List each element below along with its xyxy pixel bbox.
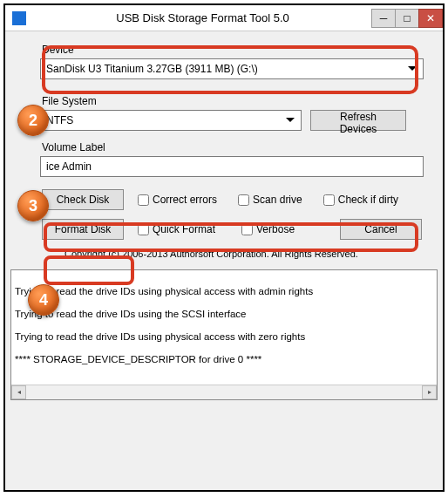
window-title: USB Disk Storage Format Tool 5.0: [33, 11, 372, 24]
horizontal-scrollbar[interactable]: ◂ ▸: [11, 385, 437, 399]
check-dirty-checkbox[interactable]: Check if dirty: [323, 194, 398, 206]
maximize-button[interactable]: □: [395, 9, 419, 28]
copyright-text: Copyright (c) 2006-2013 Authorsoft Corpo…: [40, 242, 424, 266]
device-select-wrap: SanDisk U3 Titanium 3.27GB (3911 MB) (G:…: [40, 58, 424, 79]
scroll-right-arrow[interactable]: ▸: [422, 385, 437, 399]
form-area: Device SanDisk U3 Titanium 3.27GB (3911 …: [5, 31, 443, 269]
check-disk-button[interactable]: Check Disk: [42, 189, 124, 210]
quick-format-checkbox[interactable]: Quick Format: [138, 223, 215, 235]
window-controls: ─ □ ✕: [372, 9, 443, 28]
log-output[interactable]: Trying to read the drive IDs using physi…: [10, 269, 438, 400]
close-button[interactable]: ✕: [418, 9, 443, 28]
verbose-checkbox[interactable]: Verbose: [241, 223, 295, 235]
annotation-marker-2: 2: [17, 105, 49, 136]
scroll-left-arrow[interactable]: ◂: [11, 385, 26, 399]
scan-drive-checkbox[interactable]: Scan drive: [238, 194, 302, 206]
format-disk-button[interactable]: Format Disk: [42, 219, 124, 240]
correct-errors-checkbox[interactable]: Correct errors: [138, 194, 217, 206]
annotation-marker-4: 4: [28, 284, 59, 316]
filesystem-select[interactable]: NTFS: [40, 110, 302, 131]
app-window: USB Disk Storage Format Tool 5.0 ─ □ ✕ D…: [3, 3, 445, 492]
log-line: Trying to read the drive IDs using physi…: [15, 284, 433, 298]
refresh-devices-button[interactable]: Refresh Devices: [310, 110, 406, 131]
app-icon: [12, 11, 26, 25]
log-line: Trying to read the drive IDs using physi…: [15, 330, 433, 344]
titlebar: USB Disk Storage Format Tool 5.0 ─ □ ✕: [5, 5, 443, 31]
device-select[interactable]: SanDisk U3 Titanium 3.27GB (3911 MB) (G:…: [40, 58, 424, 79]
annotation-marker-3: 3: [17, 190, 49, 221]
filesystem-label: File System: [42, 95, 424, 107]
cancel-button[interactable]: Cancel: [340, 219, 422, 240]
volume-label-label: Volume Label: [42, 141, 424, 153]
minimize-button[interactable]: ─: [371, 9, 396, 28]
body-area: Device SanDisk U3 Titanium 3.27GB (3911 …: [5, 31, 443, 490]
device-label: Device: [42, 44, 424, 56]
volume-label-input[interactable]: [40, 156, 424, 177]
log-line: **** STORAGE_DEVICE_DESCRIPTOR for drive…: [15, 352, 433, 366]
log-line: Trying to read the drive IDs using the S…: [15, 307, 433, 321]
